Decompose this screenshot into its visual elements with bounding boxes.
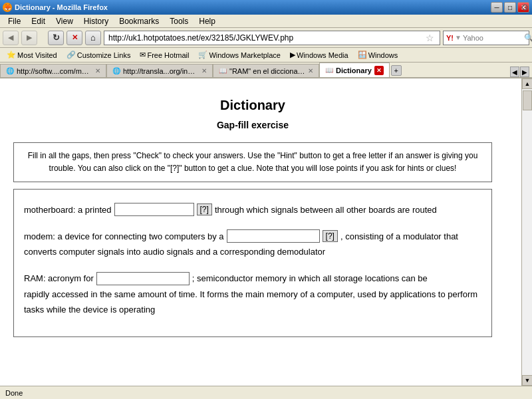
browser-icon: 🦊 (3, 3, 12, 12)
bookmark-hotmail[interactable]: ✉ Free Hotmail (136, 50, 193, 60)
marketplace-icon: 🛒 (198, 51, 207, 59)
menu-history[interactable]: History (78, 15, 114, 27)
tab-scroll-left[interactable]: ◀ (510, 66, 519, 77)
media-icon: ▶ (290, 51, 295, 59)
row2-input[interactable] (227, 229, 320, 243)
status-bar: Done (0, 386, 532, 399)
status-text: Done (5, 389, 23, 397)
tab-0-close[interactable]: ✕ (95, 67, 100, 74)
bookmark-customize-links[interactable]: 🔗 Customize Links (63, 50, 135, 60)
row3-after-1: ; semiconductor memory in which all stor… (192, 272, 428, 285)
tab-0-favicon: 🌐 (6, 67, 14, 74)
main-wrapper: Dictionary Gap-fill exercise Fill in all… (0, 78, 532, 386)
instructions-box: Fill in all the gaps, then press "Check"… (13, 142, 492, 182)
title-bar: 🦊 Dictionary - Mozilla Firefox ─ □ ✕ (0, 0, 532, 15)
nav-bar: ◀ ▶ ↻ ✕ ⌂ ☆ Y! ▼ 🔍 (0, 28, 532, 48)
tab-1-close[interactable]: ✕ (201, 67, 207, 74)
search-box: Y! ▼ 🔍 (443, 31, 529, 45)
search-divider: ▼ (455, 34, 462, 41)
refresh-button[interactable]: ↻ (48, 31, 64, 45)
row3-before: RAM: acronym for (24, 272, 94, 285)
instructions-text: Fill in all the gaps, then press "Check"… (28, 151, 478, 173)
menu-view[interactable]: View (51, 15, 78, 27)
hotmail-icon: ✉ (140, 51, 146, 59)
forward-button[interactable]: ▶ (21, 31, 37, 45)
menu-edit[interactable]: Edit (26, 15, 51, 27)
scroll-up-button[interactable]: ▲ (522, 78, 532, 89)
bookmark-most-visited[interactable]: ⭐ Most Visited (3, 50, 61, 60)
windows-icon: 🪟 (358, 51, 367, 59)
window-title: Dictionary - Mozilla Firefox (15, 3, 108, 11)
address-input[interactable] (108, 33, 424, 43)
scroll-thumb[interactable] (523, 90, 532, 110)
menu-help[interactable]: Help (194, 15, 221, 27)
exercise-row-2: modem: a device for connecting two compu… (24, 229, 481, 259)
maximize-button[interactable]: □ (504, 2, 516, 13)
tab-3-favicon: 📖 (325, 66, 333, 74)
page-subtitle: Gap-fill exercise (13, 118, 492, 132)
search-icon[interactable]: 🔍 (524, 33, 532, 43)
address-bar: ☆ (104, 31, 440, 45)
tab-2-close[interactable]: ✕ (308, 67, 313, 74)
minimize-button[interactable]: ─ (491, 2, 503, 13)
customize-links-icon: 🔗 (66, 51, 76, 59)
row1-input[interactable] (114, 203, 194, 216)
menu-file[interactable]: File (3, 15, 26, 27)
bookmark-windows-marketplace[interactable]: 🛒 Windows Marketplace (194, 50, 285, 60)
bookmark-windows-media[interactable]: ▶ Windows Media (286, 50, 352, 60)
stop-button[interactable]: ✕ (66, 31, 82, 45)
bookmark-star-icon[interactable]: ☆ (426, 33, 434, 43)
scroll-down-button[interactable]: ▼ (522, 375, 532, 386)
scrollbar: ▲ ▼ (521, 78, 532, 386)
row1-after: through which signals between all other … (215, 203, 437, 217)
settings-icon[interactable]: ⚙ (521, 2, 529, 13)
tab-scroll-right[interactable]: ▶ (520, 66, 529, 77)
back-button[interactable]: ◀ (3, 31, 19, 45)
bookmark-windows[interactable]: 🪟 Windows (354, 50, 402, 60)
tab-0[interactable]: 🌐 http://softw....com/manage/ ✕ (0, 64, 106, 77)
bookmarks-bar: ⭐ Most Visited 🔗 Customize Links ✉ Free … (0, 48, 532, 63)
exercise-row-1: motherboard: a printed [?] through which… (24, 203, 481, 216)
row1-before: motherboard: a printed (24, 203, 112, 217)
tab-1-favicon: 🌐 (112, 67, 120, 74)
tab-scroll: ◀ ▶ (510, 66, 529, 77)
row3-after-3: tasks while the device is operating (24, 305, 155, 315)
row3-after-2: rapidly accessed in the same amount of t… (24, 289, 477, 299)
search-input[interactable] (463, 34, 523, 42)
tab-bar: 🌐 http://softw....com/manage/ ✕ 🌐 http:/… (0, 63, 532, 78)
row2-before: modem: a device for connecting two compu… (24, 230, 224, 243)
new-tab-button[interactable]: + (391, 65, 402, 76)
most-visited-icon: ⭐ (7, 51, 16, 59)
menu-tools[interactable]: Tools (164, 15, 194, 27)
search-provider-label: Y! (446, 34, 454, 42)
scroll-track-area[interactable] (522, 89, 532, 375)
tab-2[interactable]: 📖 "RAM" en el diccionario Colli... ✕ (213, 64, 319, 77)
row2-after-2: converts computer signals into audio sig… (24, 247, 325, 257)
page-content: Dictionary Gap-fill exercise Fill in all… (0, 78, 505, 344)
row2-hint-button[interactable]: [?] (323, 230, 338, 242)
row2-after-1: , consisting of a modulator that (340, 230, 458, 243)
tab-3[interactable]: 📖 Dictionary ✕ (319, 63, 390, 77)
row3-input[interactable] (96, 272, 190, 285)
tab-2-favicon: 📖 (219, 67, 227, 74)
tab-3-close[interactable]: ✕ (374, 66, 384, 75)
home-button[interactable]: ⌂ (85, 31, 101, 45)
page-title: Dictionary (13, 95, 492, 115)
tab-1[interactable]: 🌐 http://transla...org/index.php ✕ (106, 64, 213, 77)
exercise-area: motherboard: a printed [?] through which… (13, 189, 492, 337)
menu-bar: File Edit View History Bookmarks Tools H… (0, 15, 532, 28)
exercise-row-3: RAM: acronym for ; semiconductor memory … (24, 272, 481, 317)
menu-bookmarks[interactable]: Bookmarks (114, 15, 164, 27)
content-area: Dictionary Gap-fill exercise Fill in all… (0, 78, 521, 386)
row1-hint-button[interactable]: [?] (197, 203, 212, 215)
